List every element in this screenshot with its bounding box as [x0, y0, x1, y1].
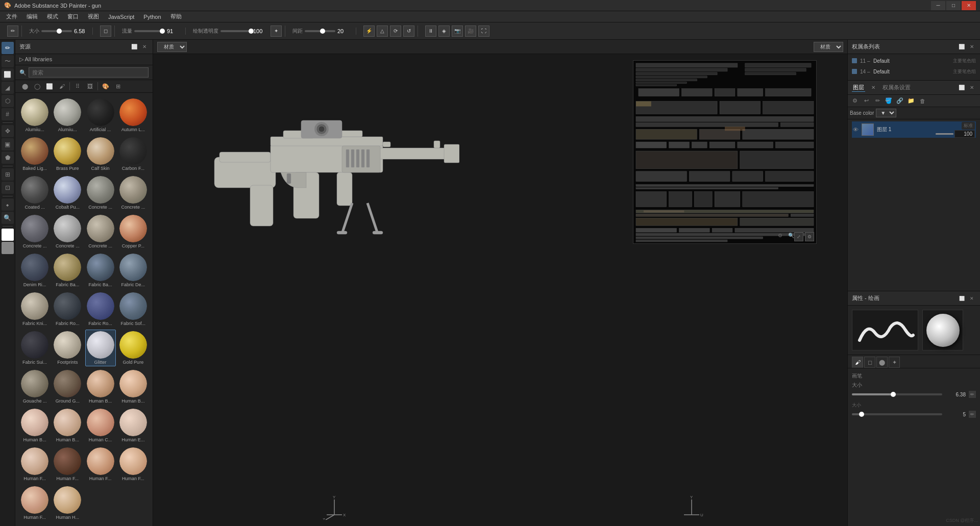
- sticker-tool[interactable]: ⊡: [2, 182, 14, 194]
- menu-item-视图[interactable]: 视图: [84, 12, 103, 21]
- layers-expand-btn[interactable]: ⬜: [958, 84, 966, 92]
- tab-stacks-settings[interactable]: 权属条设置: [881, 84, 912, 92]
- viewport-channel-select-left[interactable]: 材质: [157, 42, 187, 52]
- material-item-humanfinger1[interactable]: Human F...: [85, 446, 116, 483]
- menu-item-Python[interactable]: Python: [139, 13, 165, 21]
- size-min-edit-btn[interactable]: ✏: [969, 411, 976, 418]
- channel-dropdown[interactable]: ▼: [876, 109, 896, 117]
- material-item-artificial[interactable]: Artificial ...: [85, 97, 116, 134]
- sym-btn1[interactable]: ⚡: [363, 26, 375, 37]
- material-item-humanh[interactable]: Human H...: [52, 485, 83, 521]
- lib-sphere-btn[interactable]: ⬤: [19, 81, 31, 91]
- material-item-footprints[interactable]: Footprints: [52, 330, 83, 366]
- geometry-tool[interactable]: ⬟: [2, 152, 14, 164]
- size-min-track[interactable]: [852, 413, 942, 415]
- panel-close-btn[interactable]: ✕: [140, 43, 149, 51]
- library-path[interactable]: ▷ All libraries: [19, 56, 52, 63]
- sym-btn2[interactable]: △: [377, 26, 388, 37]
- material-item-humanb3[interactable]: Human B...: [19, 407, 50, 444]
- material-item-concrete4[interactable]: Concrete ...: [52, 213, 83, 250]
- mask-tool[interactable]: ▣: [2, 138, 14, 151]
- material-item-carbon[interactable]: Carbon F...: [118, 136, 149, 172]
- size-edit-btn[interactable]: ✏: [969, 391, 976, 398]
- material-item-concrete2[interactable]: Concrete ...: [118, 174, 149, 211]
- fullscreen-btn[interactable]: ⛶: [478, 26, 489, 37]
- pen-btn[interactable]: ✦: [271, 26, 282, 37]
- layer-folder-btn[interactable]: 📁: [906, 96, 916, 106]
- material-item-alum1[interactable]: Alumiiu...: [19, 97, 50, 134]
- stacks-close-btn[interactable]: ✕: [968, 43, 976, 51]
- layers-close-x-btn[interactable]: ✕: [968, 84, 976, 92]
- paint-tool[interactable]: ✏: [2, 42, 14, 54]
- color-swatch-fg[interactable]: [2, 242, 14, 254]
- material-item-gold[interactable]: Gold Pure: [118, 330, 149, 366]
- material-item-copper[interactable]: Copper P...: [118, 213, 149, 250]
- menu-item-文件[interactable]: 文件: [2, 12, 21, 21]
- spacing-slider[interactable]: [305, 30, 335, 32]
- lib-color-btn[interactable]: 🎨: [100, 81, 111, 91]
- layer-undo-btn[interactable]: ↩: [861, 96, 871, 106]
- lib-grid-btn[interactable]: ⊞: [112, 81, 124, 91]
- material-item-concrete1[interactable]: Concrete ...: [85, 174, 116, 211]
- viewport-channel-select-right[interactable]: 材质: [814, 42, 843, 52]
- material-item-humanb4[interactable]: Human B...: [52, 407, 83, 444]
- color-swatch[interactable]: [2, 229, 14, 241]
- lib-square-btn[interactable]: ⬜: [44, 81, 55, 91]
- color-picker[interactable]: ⬥: [2, 198, 14, 211]
- uv-zoom-fit-btn[interactable]: ⤢: [794, 232, 803, 241]
- maximize-button[interactable]: □: [946, 1, 961, 10]
- layer-settings-btn[interactable]: ⚙: [850, 96, 860, 106]
- layer-visibility-1[interactable]: 👁: [853, 127, 859, 133]
- smudge-tool[interactable]: 〜: [2, 55, 14, 67]
- search-input[interactable]: [29, 67, 149, 78]
- layer-fill-btn[interactable]: 🪣: [884, 96, 894, 106]
- brush-tool-btn[interactable]: ✏: [7, 26, 18, 37]
- pause-btn[interactable]: ⏸: [425, 26, 436, 37]
- material-item-calfskin[interactable]: Calf Skin: [85, 136, 116, 172]
- material-item-humanface[interactable]: Human F...: [52, 446, 83, 483]
- stacks-expand-btn[interactable]: ⬜: [958, 43, 966, 51]
- material-item-baked[interactable]: Baked Lig...: [19, 136, 50, 172]
- material-item-humanfinger3[interactable]: Human F...: [19, 485, 50, 521]
- material-item-denim[interactable]: Denim Ri...: [19, 252, 50, 289]
- material-item-humane[interactable]: Human E...: [118, 407, 149, 444]
- layer-row-1[interactable]: 👁 图层 1 标准 100: [852, 121, 976, 138]
- brush-tab-main[interactable]: 🖌: [852, 357, 863, 368]
- material-item-gouache[interactable]: Gouache ...: [19, 368, 50, 405]
- cam-btn2[interactable]: 🎥: [465, 26, 476, 37]
- cam-btn1[interactable]: 📷: [452, 26, 463, 37]
- minimize-button[interactable]: ─: [931, 1, 945, 10]
- props-close-btn[interactable]: ✕: [968, 294, 976, 303]
- stack-item-11[interactable]: 11 – Default 主要笔色组: [852, 56, 976, 65]
- size-slider[interactable]: [41, 30, 72, 32]
- material-item-coated[interactable]: Coated ...: [19, 174, 50, 211]
- material-item-fabric3[interactable]: Fabric De...: [118, 252, 149, 289]
- zoom-tool[interactable]: 🔍: [2, 212, 14, 224]
- material-item-fabric6[interactable]: Fabric Ro...: [85, 291, 116, 328]
- material-item-humanb1[interactable]: Human B...: [85, 368, 116, 405]
- material-item-autumn[interactable]: Autumn L...: [118, 97, 149, 134]
- material-item-brass[interactable]: Brass Pure: [52, 136, 83, 172]
- material-item-cobalt[interactable]: Cobalt Pu...: [52, 174, 83, 211]
- menu-item-帮助[interactable]: 帮助: [166, 12, 186, 21]
- material-item-glitter[interactable]: Glitter: [85, 330, 116, 366]
- lib-circle-btn[interactable]: ◯: [32, 81, 43, 91]
- material-item-humanb2[interactable]: Human B...: [118, 368, 149, 405]
- layer-paint-btn[interactable]: ✏: [872, 96, 883, 106]
- layer-link-btn[interactable]: 🔗: [895, 96, 905, 106]
- layer-opacity-slider[interactable]: [936, 133, 953, 135]
- material-item-fabricsuit[interactable]: Fabric Sui...: [19, 330, 50, 366]
- material-item-alum2[interactable]: Alumiiu...: [52, 97, 83, 134]
- material-item-concrete3[interactable]: Concrete ...: [19, 213, 50, 250]
- clone-tool[interactable]: ⊞: [2, 168, 14, 181]
- menu-item-模式[interactable]: 模式: [43, 12, 62, 21]
- layer-delete-btn[interactable]: 🗑: [917, 96, 927, 106]
- lib-img-btn[interactable]: 🖼: [84, 81, 95, 91]
- lazo-tool[interactable]: #: [2, 108, 14, 120]
- close-button[interactable]: ✕: [962, 1, 976, 10]
- flow-slider[interactable]: [134, 30, 165, 32]
- material-item-fabric1[interactable]: Fabric Ba...: [52, 252, 83, 289]
- brush-tab-extra[interactable]: ✦: [889, 357, 900, 368]
- props-expand-btn[interactable]: ⬜: [958, 294, 966, 303]
- brush-tab-shape[interactable]: ◻: [864, 357, 875, 368]
